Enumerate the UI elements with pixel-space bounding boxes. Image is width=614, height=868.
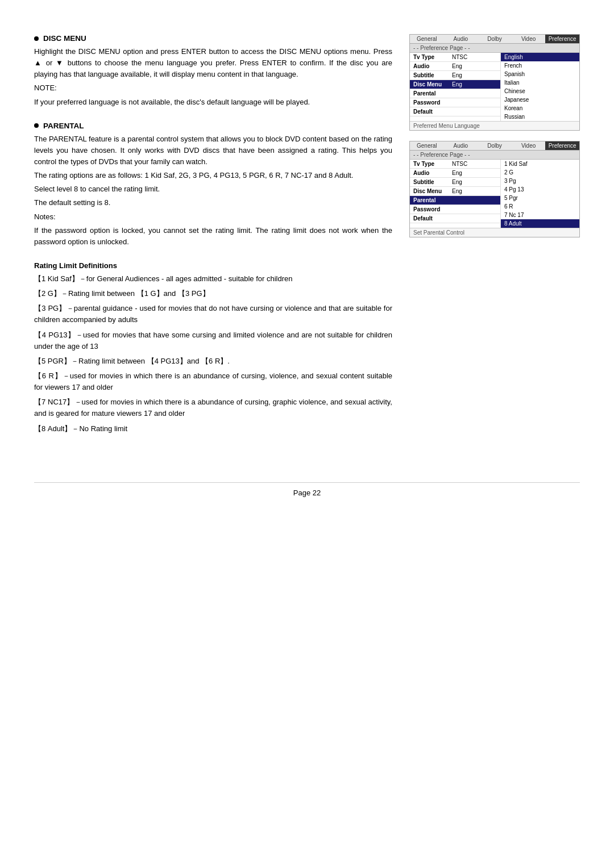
rating-item-3: 【3 PG】－parental guidance - used for movi… (34, 303, 392, 326)
lang-japanese: Japanese (501, 95, 579, 104)
menu2-row-password: Password (410, 205, 500, 214)
menu-screenshot-2: General Audio Dolby Video Preference - -… (409, 141, 580, 237)
rating-3-pg: 3 Pg (501, 177, 579, 185)
menu1-tab-dolby: Dolby (478, 35, 512, 43)
rating-item-8: 【8 Adult】－No Rating limit (34, 423, 392, 435)
menu1-footer: Preferred Menu Language (410, 121, 579, 130)
lang-korean: Korean (501, 104, 579, 112)
menu2-row-subtitle: Subtitle Eng (410, 178, 500, 187)
rating-4-pg13: 4 Pg 13 (501, 185, 579, 194)
lang-italian: Italian (501, 78, 579, 87)
disc-menu-title: DISC MENU (34, 34, 392, 43)
menu1-sub-header: - - Preference Page - - (410, 44, 579, 53)
rating-item-4: 【4 PG13】－used for movies that have some … (34, 329, 392, 352)
rating-item-1: 【1 Kid Saf】－for General Audiences - all … (34, 273, 392, 285)
menu2-right-pane: 1 Kid Saf 2 G 3 Pg 4 Pg 13 5 Pgr 6 R 7 N… (501, 160, 579, 228)
menu2-tab-audio: Audio (444, 141, 478, 150)
rating-item-6: 【6 R】－used for movies in which there is … (34, 370, 392, 393)
page-footer: Page 22 (34, 482, 580, 497)
page-layout: DISC MENU Highlight the DISC MENU option… (34, 34, 580, 448)
menu2-sub-header: - - Preference Page - - (410, 151, 579, 160)
menu1-row-password: Password (410, 98, 500, 107)
rating-5-pgr: 5 Pgr (501, 194, 579, 202)
menu2-tabs: General Audio Dolby Video Preference (410, 141, 579, 151)
left-column: DISC MENU Highlight the DISC MENU option… (34, 34, 392, 448)
menu1-left-pane: Tv Type NTSC Audio Eng Subtitle Eng Disc… (410, 53, 501, 121)
menu1-tab-general: General (410, 35, 444, 43)
menu1-row-default: Default (410, 107, 500, 116)
menu2-tab-video: Video (512, 141, 546, 150)
menu2-row-default: Default (410, 214, 500, 223)
menu1-tab-preference: Preference (545, 35, 579, 43)
menu2-tab-preference: Preference (545, 141, 579, 150)
menu1-right-pane: English French Spanish Italian Chinese J… (501, 53, 579, 121)
rating-item-5: 【5 PGR】－Rating limit between 【4 PG13】and… (34, 356, 392, 367)
menu2-tab-general: General (410, 141, 444, 150)
right-column: General Audio Dolby Video Preference - -… (409, 34, 580, 248)
rating-item-2: 【2 G】－Rating limit between 【1 G】and 【3 P… (34, 288, 392, 299)
menu1-tabs: General Audio Dolby Video Preference (410, 35, 579, 44)
rating-2-g: 2 G (501, 168, 579, 177)
menu1-content: Tv Type NTSC Audio Eng Subtitle Eng Disc… (410, 53, 579, 121)
parental-title: PARENTAL (34, 122, 392, 130)
rating-definitions-body: 【1 Kid Saf】－for General Audiences - all … (34, 273, 392, 435)
parental-body: The PARENTAL feature is a parental contr… (34, 133, 392, 248)
disc-menu-body: Highlight the DISC MENU option and press… (34, 46, 392, 108)
menu1-row-subtitle: Subtitle Eng (410, 71, 500, 80)
menu2-footer: Set Parental Control (410, 228, 579, 237)
rating-definitions-section: Rating Limit Definitions 【1 Kid Saf】－for… (34, 261, 392, 435)
menu2-row-parental: Parental (410, 196, 500, 205)
menu2-tab-dolby: Dolby (478, 141, 512, 150)
lang-spanish: Spanish (501, 70, 579, 78)
disc-menu-bullet (34, 36, 39, 41)
menu2-row-audio: Audio Eng (410, 169, 500, 178)
menu2-row-discmenu: Disc Menu Eng (410, 187, 500, 196)
lang-russian: Russian (501, 112, 579, 121)
menu1-tab-video: Video (512, 35, 546, 43)
rating-definitions-title: Rating Limit Definitions (34, 261, 392, 270)
rating-6-r: 6 R (501, 202, 579, 211)
menu-screenshot-1: General Audio Dolby Video Preference - -… (409, 34, 580, 131)
lang-english: English (501, 53, 579, 61)
rating-1-kidsaf: 1 Kid Saf (501, 160, 579, 168)
menu2-content: Tv Type NTSC Audio Eng Subtitle Eng Disc… (410, 160, 579, 228)
lang-french: French (501, 61, 579, 70)
parental-bullet (34, 123, 39, 128)
menu1-tab-audio: Audio (444, 35, 478, 43)
menu2-row-tvtype: Tv Type NTSC (410, 160, 500, 169)
rating-item-7: 【7 NC17】－used for movies in which there … (34, 397, 392, 419)
menu1-row-tvtype: Tv Type NTSC (410, 53, 500, 62)
rating-8-adult: 8 Adult (501, 219, 579, 228)
lang-chinese: Chinese (501, 87, 579, 95)
menu2-left-pane: Tv Type NTSC Audio Eng Subtitle Eng Disc… (410, 160, 501, 228)
page-number: Page 22 (293, 489, 321, 497)
rating-7-nc17: 7 Nc 17 (501, 211, 579, 219)
disc-menu-section: DISC MENU Highlight the DISC MENU option… (34, 34, 392, 108)
menu1-row-audio: Audio Eng (410, 62, 500, 71)
parental-section: PARENTAL The PARENTAL feature is a paren… (34, 122, 392, 248)
menu1-row-discmenu: Disc Menu Eng (410, 80, 500, 89)
menu1-row-parental: Parental (410, 89, 500, 98)
